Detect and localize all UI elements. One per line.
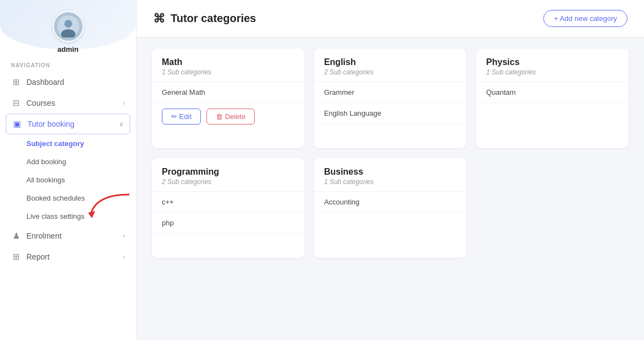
svg-point-1 — [64, 20, 72, 28]
programming-card-subtitle: 2 Sub categories — [162, 178, 294, 186]
math-card-actions: ✏ Edit 🗑 Delete — [152, 103, 304, 130]
categories-grid: Math 1 Sub categories General Math ✏ Edi… — [152, 48, 629, 258]
business-item-0: Accounting — [314, 192, 467, 213]
sidebar-item-subject-category[interactable]: Subject category — [0, 134, 136, 153]
english-card-subtitle: 2 Sub categories — [324, 68, 457, 76]
physics-card-subtitle: 1 Sub categories — [486, 68, 619, 76]
sidebar-item-booked-schedules[interactable]: Booked schedules — [0, 189, 136, 207]
programming-item-0: c++ — [152, 192, 304, 213]
admin-name-label: admin — [57, 45, 78, 53]
chevron-right-icon: › — [123, 99, 125, 107]
avatar — [53, 11, 84, 42]
tutor-booking-subnav: Subject category Add booking All booking… — [0, 134, 136, 225]
english-item-1: English Language — [314, 103, 467, 124]
sidebar-item-label: Enrolment — [26, 231, 62, 240]
person-icon: ♟ — [11, 231, 21, 241]
math-edit-button[interactable]: ✏ Edit — [162, 109, 201, 125]
sidebar-item-label: Dashboard — [26, 78, 64, 87]
add-category-button[interactable]: + Add new category — [543, 10, 627, 27]
english-card-header: English 2 Sub categories — [314, 48, 467, 82]
sidebar-item-label: Report — [26, 252, 50, 261]
nav-section-label: NAVIGATION — [0, 62, 136, 72]
calendar-icon: ▣ — [12, 119, 22, 129]
sidebar-item-courses[interactable]: ⊟ Courses › — [0, 93, 136, 114]
sidebar: admin NAVIGATION ⊞ Dashboard ⊟ Courses ›… — [0, 0, 137, 340]
bar-chart-icon: ⊞ — [11, 252, 21, 262]
physics-card-header: Physics 1 Sub categories — [476, 48, 629, 82]
english-card-title: English — [324, 57, 457, 67]
physics-card-title: Physics — [486, 57, 619, 67]
sidebar-item-label: Courses — [26, 99, 55, 107]
sidebar-item-report[interactable]: ⊞ Report › — [0, 246, 136, 267]
math-card: Math 1 Sub categories General Math ✏ Edi… — [152, 48, 304, 148]
chevron-right-icon: › — [123, 253, 125, 261]
main-content: ⌘ Tutor categories + Add new category Ma… — [137, 0, 644, 340]
page-title-text: Tutor categories — [171, 12, 256, 25]
math-card-header: Math 1 Sub categories — [152, 48, 304, 82]
sidebar-item-dashboard[interactable]: ⊞ Dashboard — [0, 72, 136, 93]
programming-card: Programming 2 Sub categories c++ php — [152, 158, 304, 258]
sidebar-item-label: Tutor booking — [28, 120, 74, 128]
sidebar-item-add-booking[interactable]: Add booking — [0, 153, 136, 171]
chevron-down-icon: ∨ — [119, 120, 124, 128]
business-card-header: Business 1 Sub categories — [314, 158, 467, 192]
programming-item-1: php — [152, 213, 304, 234]
english-item-0: Grammer — [314, 82, 467, 103]
sidebar-item-tutor-booking[interactable]: ▣ Tutor booking ∨ — [6, 114, 130, 134]
book-icon: ⊟ — [11, 98, 21, 108]
physics-card: Physics 1 Sub categories Quantam — [476, 48, 629, 148]
math-item-0: General Math — [152, 82, 304, 103]
math-delete-button[interactable]: 🗑 Delete — [206, 109, 255, 125]
business-card: Business 1 Sub categories Accounting — [314, 158, 467, 258]
physics-item-0: Quantam — [476, 82, 629, 103]
sidebar-item-enrolment[interactable]: ♟ Enrolment › — [0, 225, 136, 246]
sidebar-item-all-bookings[interactable]: All bookings — [0, 171, 136, 189]
grid-icon: ⊞ — [11, 77, 21, 87]
math-card-subtitle: 1 Sub categories — [162, 68, 294, 76]
math-card-title: Math — [162, 57, 294, 67]
page-title: ⌘ Tutor categories — [153, 12, 256, 26]
english-card: English 2 Sub categories Grammer English… — [314, 48, 467, 148]
command-icon: ⌘ — [153, 12, 165, 26]
chevron-right-icon: › — [123, 232, 125, 240]
business-card-title: Business — [324, 167, 457, 177]
programming-card-header: Programming 2 Sub categories — [152, 158, 304, 192]
business-card-subtitle: 1 Sub categories — [324, 178, 457, 186]
sidebar-item-live-class-settings[interactable]: Live class settings — [0, 207, 136, 225]
programming-card-title: Programming — [162, 167, 294, 177]
categories-content: Math 1 Sub categories General Math ✏ Edi… — [137, 37, 644, 340]
page-header: ⌘ Tutor categories + Add new category — [137, 0, 644, 37]
